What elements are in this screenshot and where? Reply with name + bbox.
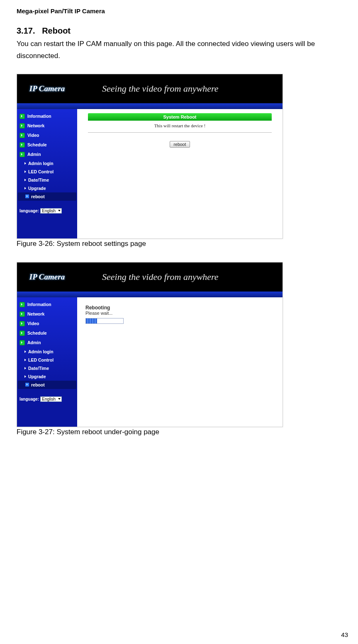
chevron-right-icon	[24, 359, 26, 361]
logo: IP Camera	[17, 272, 77, 282]
section-heading: 3.17. Reboot	[17, 26, 341, 36]
rebooting-title: Rebooting	[85, 305, 283, 311]
banner: IP Camera Seeing the video from anywhere	[17, 262, 283, 292]
sidebar-item-admin-login[interactable]: Admin login	[17, 159, 77, 168]
document-header: Mega-pixel Pan/Tilt IP Camera	[17, 7, 341, 15]
sidebar-item-label: LED Control	[28, 357, 54, 362]
panel-title: System Reboot	[88, 113, 272, 121]
sidebar-item-reboot[interactable]: reboot	[18, 192, 76, 201]
language-row: language: English	[17, 208, 77, 218]
sidebar-item-admin[interactable]: Admin	[17, 150, 77, 159]
banner-strip	[17, 103, 283, 109]
chevron-right-icon	[24, 162, 26, 165]
progress-bar	[85, 318, 124, 324]
sidebar-item-network[interactable]: Network	[17, 309, 77, 319]
expand-icon	[19, 321, 25, 326]
slogan: Seeing the video from anywhere	[77, 83, 230, 94]
banner: IP Camera Seeing the video from anywhere	[17, 74, 283, 103]
slogan: Seeing the video from anywhere	[77, 272, 230, 282]
figure-caption-1: Figure 3-26: System reboot settings page	[17, 240, 341, 248]
sidebar-item-label: LED Control	[28, 169, 54, 174]
chevron-right-icon	[24, 350, 26, 353]
expand-icon	[19, 340, 25, 345]
sidebar-item-led-control[interactable]: LED Control	[17, 356, 77, 364]
expand-icon	[19, 311, 25, 317]
rebooting-message: Please wait...	[85, 311, 283, 316]
sidebar-item-admin-login[interactable]: Admin login	[17, 348, 77, 356]
figure-caption-2: Figure 3-27: System reboot under-going p…	[17, 428, 341, 436]
chevron-right-icon	[24, 375, 26, 378]
sidebar-item-date-time[interactable]: Date/Time	[17, 364, 77, 372]
logo: IP Camera	[17, 84, 77, 93]
sidebar-item-network[interactable]: Network	[17, 121, 77, 131]
expand-icon	[19, 123, 25, 129]
sidebar-item-led-control[interactable]: LED Control	[17, 168, 77, 176]
sidebar-item-date-time[interactable]: Date/Time	[17, 176, 77, 184]
sidebar-item-label: Upgrade	[28, 374, 46, 379]
play-icon	[25, 383, 29, 386]
figure-3-26: IP Camera Seeing the video from anywhere…	[17, 74, 283, 239]
sidebar: Information Network Video Schedule Admin…	[17, 297, 77, 427]
sidebar-item-video[interactable]: Video	[17, 319, 77, 328]
content-pane: Rebooting Please wait...	[77, 297, 283, 427]
sidebar-item-upgrade[interactable]: Upgrade	[17, 184, 77, 192]
sidebar-item-information[interactable]: Information	[17, 112, 77, 121]
content-pane: System Reboot This will restart the devi…	[77, 109, 283, 238]
progress-fill	[86, 318, 97, 323]
sidebar-item-schedule[interactable]: Schedule	[17, 328, 77, 338]
sidebar-item-label: Network	[27, 123, 44, 128]
sidebar-item-label: Information	[27, 114, 51, 119]
sidebar-item-label: Admin login	[28, 349, 54, 354]
sidebar-item-label: reboot	[31, 382, 45, 387]
sidebar-item-label: Schedule	[27, 331, 47, 335]
play-icon	[25, 194, 29, 198]
sidebar-item-upgrade[interactable]: Upgrade	[17, 372, 77, 381]
language-label: language:	[19, 397, 39, 401]
reboot-button[interactable]: reboot	[170, 141, 190, 148]
expand-icon	[19, 331, 25, 336]
sidebar-item-label: Video	[27, 133, 39, 138]
expand-icon	[19, 152, 25, 157]
chevron-right-icon	[24, 187, 26, 190]
language-label: language:	[19, 209, 39, 213]
sidebar-item-label: Admin	[27, 152, 41, 157]
chevron-right-icon	[24, 367, 26, 369]
expand-icon	[19, 114, 25, 119]
sidebar-item-video[interactable]: Video	[17, 131, 77, 140]
sidebar-item-label: Upgrade	[28, 186, 46, 191]
section-number: 3.17.	[17, 26, 35, 35]
sidebar-item-label: Information	[27, 302, 51, 307]
panel-message: This will restart the device !	[88, 121, 272, 133]
sidebar-item-information[interactable]: Information	[17, 300, 77, 309]
sidebar: Information Network Video Schedule Admin…	[17, 109, 77, 238]
expand-icon	[19, 302, 25, 307]
sidebar-item-schedule[interactable]: Schedule	[17, 140, 77, 150]
section-title: Reboot	[42, 26, 71, 35]
language-select[interactable]: English	[40, 396, 62, 402]
sidebar-item-label: Schedule	[27, 142, 47, 147]
sidebar-item-reboot[interactable]: reboot	[18, 381, 76, 389]
figure-3-27: IP Camera Seeing the video from anywhere…	[17, 262, 283, 427]
sidebar-item-label: Admin login	[28, 161, 54, 166]
chevron-right-icon	[24, 179, 26, 181]
expand-icon	[19, 142, 25, 148]
banner-strip	[17, 292, 283, 297]
sidebar-item-label: Date/Time	[28, 177, 49, 182]
sidebar-item-label: Video	[27, 321, 39, 326]
sidebar-item-label: Admin	[27, 340, 41, 345]
language-row: language: English	[17, 396, 77, 406]
sidebar-item-label: Network	[27, 311, 44, 316]
language-select[interactable]: English	[40, 208, 62, 214]
chevron-right-icon	[24, 170, 26, 173]
intro-paragraph: You can restart the IP CAM manually on t…	[17, 38, 341, 62]
sidebar-item-label: reboot	[31, 194, 45, 199]
sidebar-item-label: Date/Time	[28, 366, 49, 371]
expand-icon	[19, 133, 25, 138]
sidebar-item-admin[interactable]: Admin	[17, 338, 77, 348]
